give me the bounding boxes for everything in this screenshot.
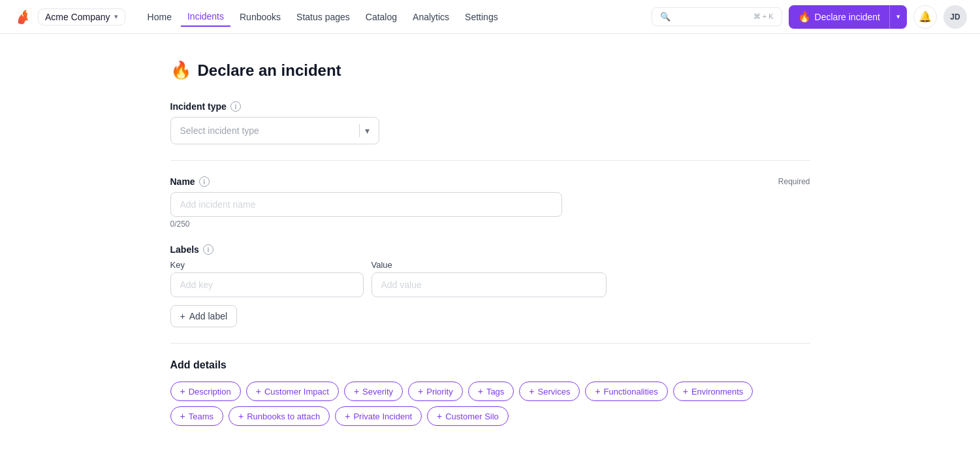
search-icon: 🔍 — [660, 12, 671, 22]
dropdown-divider — [359, 124, 360, 137]
detail-tag-environments[interactable]: + Environments — [673, 382, 753, 401]
company-selector[interactable]: Acme Company ▾ — [38, 8, 125, 25]
detail-tag-label: Private Incident — [353, 412, 412, 421]
incident-type-info-icon[interactable]: i — [230, 101, 241, 112]
nav-links: Home Incidents Runbooks Status pages Cat… — [141, 7, 636, 27]
nav-link-incidents[interactable]: Incidents — [181, 7, 230, 27]
label-value-header: Value — [371, 260, 607, 270]
detail-tag-label: Description — [189, 387, 231, 397]
name-input-wrapper: 0/250 — [170, 192, 810, 229]
declare-btn-dropdown[interactable]: ▾ — [890, 7, 907, 26]
nav-link-settings[interactable]: Settings — [458, 8, 505, 26]
detail-tag-label: Customer Silo — [445, 412, 499, 421]
label-key-header: Key — [170, 260, 364, 270]
plus-icon: + — [238, 411, 244, 421]
divider-1 — [170, 160, 810, 161]
main-content: 🔥 Declare an incident Incident type i Se… — [131, 34, 849, 452]
declare-btn-main[interactable]: 🔥 Declare incident — [789, 5, 889, 28]
nav-link-runbooks[interactable]: Runbooks — [233, 8, 287, 26]
name-section: Name i Required 0/250 — [170, 176, 810, 229]
detail-tag-label: Severity — [362, 387, 393, 397]
required-badge: Required — [778, 177, 810, 186]
label-value-input[interactable] — [371, 272, 607, 297]
incident-type-label: Incident type i — [170, 101, 810, 112]
detail-tag-severity[interactable]: + Severity — [344, 382, 403, 401]
name-field-row: Name i Required — [170, 176, 810, 187]
search-shortcut: ⌘ + K — [753, 12, 774, 21]
nav-link-home[interactable]: Home — [141, 8, 178, 26]
notifications-button[interactable]: 🔔 — [913, 5, 937, 29]
label-key-input[interactable] — [170, 272, 364, 297]
detail-tag-services[interactable]: + Services — [519, 382, 580, 401]
nav-right: 🔍 ⌘ + K 🔥 Declare incident ▾ 🔔 JD — [652, 5, 967, 29]
detail-tag-runbooks[interactable]: + Runbooks to attach — [229, 406, 330, 426]
plus-icon: + — [354, 386, 359, 397]
plus-icon: + — [478, 386, 483, 397]
detail-tags: + Description + Customer Impact + Severi… — [170, 382, 810, 426]
labels-info-icon[interactable]: i — [203, 244, 213, 255]
name-label: Name i — [170, 176, 210, 187]
declare-btn-chevron-icon: ▾ — [896, 12, 900, 21]
page-fire-icon: 🔥 — [170, 60, 191, 80]
detail-tag-label: Functionalities — [604, 387, 658, 397]
logo[interactable]: Acme Company ▾ — [13, 7, 125, 27]
divider-2 — [170, 343, 810, 344]
detail-tag-customer-impact[interactable]: + Customer Impact — [246, 382, 339, 401]
detail-tag-customer-silo[interactable]: + Customer Silo — [427, 406, 509, 426]
detail-tag-tags[interactable]: + Tags — [468, 382, 514, 401]
labels-section: Labels i Key Value + Add label — [170, 244, 810, 327]
incident-type-dropdown[interactable]: Select incident type ▾ — [170, 117, 379, 144]
detail-tag-label: Runbooks to attach — [247, 412, 320, 421]
page-title: 🔥 Declare an incident — [170, 60, 810, 80]
search-bar[interactable]: 🔍 ⌘ + K — [652, 7, 782, 26]
detail-tag-description[interactable]: + Description — [170, 382, 241, 401]
plus-icon: + — [345, 411, 350, 421]
detail-tag-label: Priority — [426, 387, 452, 397]
detail-tag-priority[interactable]: + Priority — [408, 382, 463, 401]
detail-tag-label: Tags — [486, 387, 504, 397]
add-label-button[interactable]: + Add label — [170, 305, 238, 327]
detail-tag-label: Teams — [189, 412, 213, 421]
plus-icon: + — [180, 386, 185, 397]
label-value-col: Value — [371, 260, 607, 297]
labels-label: Labels i — [170, 244, 810, 255]
declare-btn-label: Declare incident — [815, 12, 880, 22]
detail-tag-label: Environments — [691, 387, 743, 397]
plus-icon: + — [418, 386, 423, 397]
plus-icon: + — [437, 411, 442, 421]
bell-icon: 🔔 — [919, 10, 932, 23]
name-info-icon[interactable]: i — [199, 176, 210, 187]
detail-tag-teams[interactable]: + Teams — [170, 406, 223, 426]
char-count: 0/250 — [170, 219, 810, 229]
nav-link-analytics[interactable]: Analytics — [406, 8, 456, 26]
add-label-plus-icon: + — [180, 311, 185, 321]
detail-tag-label: Customer Impact — [264, 387, 329, 397]
plus-icon: + — [529, 386, 534, 397]
detail-tag-label: Services — [538, 387, 571, 397]
fire-icon: 🔥 — [798, 10, 811, 23]
plus-icon: + — [256, 386, 261, 397]
avatar[interactable]: JD — [943, 5, 967, 29]
detail-tag-private-incident[interactable]: + Private Incident — [335, 406, 422, 426]
nav-link-catalog[interactable]: Catalog — [359, 8, 403, 26]
plus-icon: + — [683, 386, 688, 397]
plus-icon: + — [180, 411, 185, 421]
detail-tag-functionalities[interactable]: + Functionalities — [585, 382, 667, 401]
labels-grid: Key Value — [170, 260, 810, 297]
add-details-section: Add details + Description + Customer Imp… — [170, 359, 810, 426]
name-input[interactable] — [170, 192, 562, 217]
incident-type-placeholder: Select incident type — [180, 125, 259, 136]
nav-link-status-pages[interactable]: Status pages — [290, 8, 356, 26]
dropdown-chevron-icon: ▾ — [365, 125, 370, 136]
plus-icon: + — [595, 386, 600, 397]
label-key-col: Key — [170, 260, 364, 297]
declare-incident-button[interactable]: 🔥 Declare incident ▾ — [789, 5, 907, 29]
company-chevron-icon: ▾ — [114, 12, 118, 21]
company-name: Acme Company — [45, 12, 110, 22]
navbar: Acme Company ▾ Home Incidents Runbooks S… — [0, 0, 980, 34]
add-details-title: Add details — [170, 359, 810, 371]
incident-type-section: Incident type i Select incident type ▾ — [170, 101, 810, 144]
page-title-text: Declare an incident — [198, 61, 341, 80]
add-label-label: Add label — [189, 311, 227, 321]
